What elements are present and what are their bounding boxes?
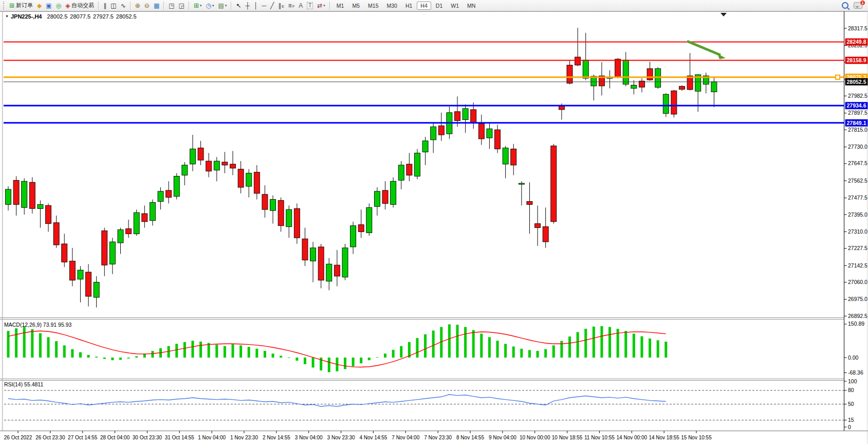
timeframe-h1[interactable]: H1 [402, 2, 416, 10]
candle [134, 209, 139, 236]
candle [158, 187, 163, 209]
equidistant-channel-button-sub: E [282, 3, 284, 10]
notifications-icon[interactable]: 1 [854, 2, 862, 9]
candle [294, 203, 300, 244]
candle [414, 149, 420, 180]
new-order-icon: ⊞ [9, 1, 14, 10]
svg-text:27060.0: 27060.0 [848, 279, 867, 285]
candle [687, 53, 693, 91]
horizontal-line-button[interactable]: ─ [260, 1, 268, 10]
svg-text:27982.5: 27982.5 [848, 93, 867, 99]
svg-text:80: 80 [848, 387, 854, 393]
clock-button[interactable]: ◷▾ [205, 1, 216, 10]
data-window-icon: ▣ [46, 1, 51, 10]
timeframe-m5[interactable]: M5 [348, 2, 363, 10]
candle [615, 58, 621, 78]
price-badge: 28249.8 [845, 39, 868, 46]
crosshair-button[interactable]: ┼ [244, 1, 251, 10]
autotrading-icon: ◈ [65, 1, 70, 10]
text-icon: A [299, 1, 303, 10]
indicator-list-button[interactable]: ◳ [167, 1, 176, 10]
timeframe-w1[interactable]: W1 [447, 2, 463, 10]
trendline-button[interactable]: ╱ [269, 1, 275, 10]
fibonacci-button[interactable]: ≡F [287, 1, 296, 10]
price-badge: 27849.1 [845, 119, 868, 127]
profiles-button[interactable]: ▤▾ [217, 1, 229, 10]
horizontal-line-icon: ─ [262, 1, 266, 10]
timeframe-d1[interactable]: D1 [432, 2, 446, 10]
cursor-icon: ↖ [236, 1, 241, 10]
candle [463, 104, 468, 133]
trend-arrow[interactable] [687, 41, 726, 59]
signals-button[interactable]: ◎ [54, 1, 63, 10]
zoom-in-button[interactable]: ⊕ [134, 1, 142, 10]
timeframe-m1[interactable]: M1 [333, 2, 348, 10]
vertical-line-button[interactable]: │ [252, 1, 260, 10]
candle [69, 248, 75, 287]
candle [214, 157, 219, 181]
equidistant-channel-button[interactable]: ∥E [276, 1, 286, 10]
dropdown-caret-icon: ▾ [323, 4, 325, 8]
candle [254, 165, 260, 200]
new-chart-button[interactable]: ⊞▾ [192, 1, 204, 10]
new-chart-icon: ⊞ [194, 1, 199, 10]
svg-text:27934.6: 27934.6 [847, 102, 866, 109]
new-order-button[interactable]: ⊞新订单 [8, 1, 34, 10]
pivot-line[interactable] [4, 75, 844, 79]
candle [198, 141, 204, 165]
candle [438, 113, 444, 141]
period-separators-icon: ◲ [179, 1, 184, 10]
text-label-button[interactable]: T [305, 1, 315, 10]
candle [334, 250, 340, 287]
svg-text:27395.0: 27395.0 [848, 211, 867, 218]
candlestick-chart-button[interactable]: ◫ [109, 1, 118, 10]
svg-text:10 Nov 18:55: 10 Nov 18:55 [552, 435, 583, 440]
candle [607, 70, 613, 88]
market-depth-button[interactable]: ◆ [35, 1, 43, 10]
candle [262, 185, 268, 218]
fibonacci-button-sub: F [292, 3, 294, 10]
price-badge: 28158.9 [845, 57, 868, 64]
chart-menu-triangle-icon[interactable]: ▼ [5, 14, 9, 18]
candle [527, 182, 532, 234]
candle [503, 146, 508, 179]
arrows-icon: ⇄ [317, 1, 322, 10]
toolbar-separator [329, 2, 330, 10]
svg-text:14 Nov 18:55: 14 Nov 18:55 [649, 435, 679, 440]
shift-marker-icon[interactable] [721, 13, 727, 16]
svg-text:27730.0: 27730.0 [848, 144, 867, 150]
period-separators-button[interactable]: ◲ [177, 1, 186, 10]
candle [86, 264, 91, 306]
svg-text:0: 0 [848, 424, 851, 430]
timeframe-h4[interactable]: H4 [417, 2, 431, 10]
search-icon[interactable] [842, 2, 848, 9]
candlestick-chart-icon: ◫ [110, 1, 116, 10]
price-badge: 28052.5 [845, 78, 868, 85]
timeframe-m15[interactable]: M15 [364, 2, 382, 10]
svg-text:28317.5: 28317.5 [848, 25, 867, 31]
candle [398, 161, 404, 189]
candle [487, 122, 492, 149]
tile-windows-button[interactable]: ▦ [152, 1, 161, 10]
svg-text:26975.0: 26975.0 [848, 296, 867, 302]
line-chart-button[interactable]: ∿ [119, 1, 127, 10]
candle [238, 161, 244, 193]
svg-text:27562.5: 27562.5 [848, 177, 867, 184]
timeframe-mn[interactable]: MN [464, 2, 479, 10]
bar-chart-button[interactable]: ∥ [102, 1, 108, 10]
cursor-button[interactable]: ↖ [234, 1, 243, 10]
candle [366, 203, 372, 236]
ohlc-close: 28052.5 [116, 13, 137, 20]
timeframe-m30[interactable]: M30 [383, 2, 400, 10]
svg-text:150.89: 150.89 [848, 321, 864, 327]
chart-canvas[interactable]: 28317.528232.528150.028065.027982.527897… [0, 11, 868, 444]
dropdown-caret-icon: ▾ [200, 4, 202, 8]
candle [478, 115, 484, 145]
zoom-out-button[interactable]: ⊖ [143, 1, 151, 10]
candle [62, 234, 67, 267]
arrows-button[interactable]: ⇄▾ [316, 1, 327, 10]
text-button[interactable]: A [297, 1, 304, 10]
data-window-button[interactable]: ▣ [44, 1, 53, 10]
autotrading-button[interactable]: ◈自动交易 [64, 1, 96, 10]
svg-text:14 Nov 00:00: 14 Nov 00:00 [617, 435, 648, 440]
